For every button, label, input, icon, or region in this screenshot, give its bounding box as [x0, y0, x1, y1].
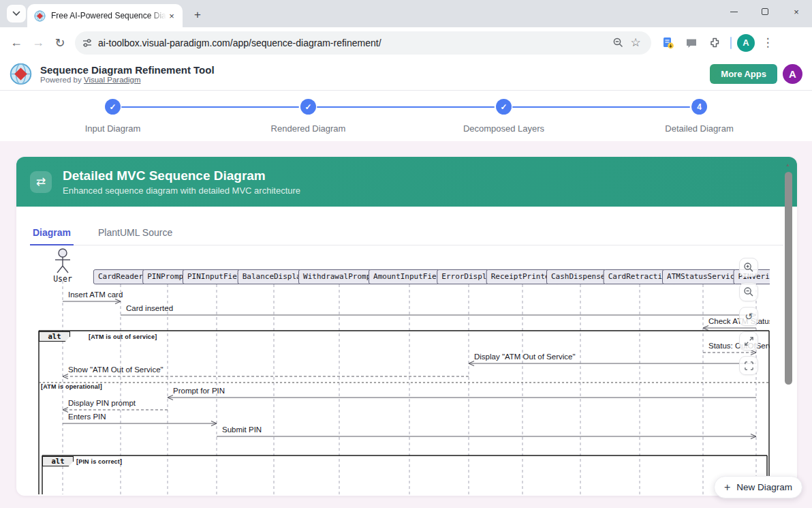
message-label: Insert ATM card	[68, 290, 123, 299]
message-label: Display "ATM Out of Service"	[474, 353, 576, 361]
reload-button[interactable]: ↻	[49, 32, 71, 54]
participant-WithdrawalPrompt: WithdrawalPrompt	[298, 269, 380, 284]
stepper-connector	[317, 106, 495, 108]
app-title: Sequence Diagram Refinement Tool	[40, 64, 215, 76]
step-check-icon: ✓	[496, 99, 512, 115]
new-tab-button[interactable]: +	[189, 7, 206, 23]
browser-window: Free AI-Powered Sequence Diag × + × ← → …	[0, 0, 812, 508]
actor-label: User	[53, 274, 72, 284]
fullscreen-button[interactable]	[739, 356, 758, 375]
step-label: Input Diagram	[85, 123, 141, 134]
browser-profile-avatar[interactable]: A	[737, 34, 755, 52]
browser-menu-icon[interactable]: ⋮	[758, 33, 778, 53]
diagram-zoom-toolbar: ↺	[739, 258, 758, 375]
scrollbar-thumb[interactable]	[785, 172, 792, 385]
minimize-button[interactable]	[718, 0, 749, 23]
powered-by-text: Powered by	[40, 76, 84, 84]
step-label: Decomposed Layers	[463, 123, 544, 134]
plus-icon: +	[724, 481, 730, 494]
message-label: Display PIN prompt	[68, 399, 136, 407]
tab-strip: Free AI-Powered Sequence Diag × + ×	[0, 0, 812, 27]
step-rendered-diagram[interactable]: ✓ Rendered Diagram	[210, 91, 406, 141]
step-label: Detailed Diagram	[665, 123, 733, 134]
card-scrollbar: ▲	[783, 161, 793, 491]
chevron-down-icon	[12, 11, 20, 16]
message-label: Card inserted	[126, 304, 173, 312]
card-header: ⇄ Detailed MVC Sequence Diagram Enhanced…	[16, 157, 797, 207]
back-button[interactable]: ←	[5, 32, 27, 54]
toolbar-actions: A ⋮	[658, 33, 778, 53]
more-apps-button[interactable]: More Apps	[710, 64, 777, 84]
divider-guard: [ATM is operational]	[41, 383, 102, 390]
app-header: Sequence Diagram Refinement Tool Powered…	[0, 58, 812, 91]
tab-close-icon[interactable]: ×	[166, 10, 177, 21]
comment-bubble-icon[interactable]	[681, 33, 702, 53]
actor-icon	[55, 249, 70, 273]
sequence-diagram: ↺ Insert ATM cardCard insertedCheck ATM …	[30, 247, 770, 494]
step-detailed-diagram[interactable]: 4 Detailed Diagram	[602, 91, 797, 141]
visual-paradigm-logo	[10, 63, 32, 85]
reset-view-button[interactable]: ↺	[739, 307, 758, 326]
message-label: Enters PIN	[68, 413, 106, 421]
browser-tab[interactable]: Free AI-Powered Sequence Diag ×	[27, 4, 183, 27]
bookmark-star-icon[interactable]: ☆	[627, 34, 644, 52]
toolbar-separator	[730, 37, 732, 49]
participant-CardReader: CardReader	[93, 269, 148, 284]
docs-download-icon[interactable]	[658, 33, 678, 53]
step-label: Rendered Diagram	[271, 123, 346, 134]
site-settings-icon	[82, 38, 93, 48]
result-card: ⇄ Detailed MVC Sequence Diagram Enhanced…	[16, 157, 797, 496]
address-bar[interactable]: ai-toolbox.visual-paradigm.com/app/seque…	[75, 31, 651, 55]
zoom-out-button[interactable]	[739, 282, 758, 301]
user-avatar[interactable]: A	[783, 64, 802, 84]
step-decomposed-layers[interactable]: ✓ Decomposed Layers	[406, 91, 602, 141]
card-tabs: Diagram PlantUML Source	[30, 222, 783, 245]
window-close-button[interactable]: ×	[781, 0, 812, 23]
powered-by: Powered by Visual Paradigm	[40, 76, 215, 84]
fragment-guard: [ATM is out of service]	[89, 333, 157, 340]
step-number-badge: 4	[691, 99, 707, 115]
visual-paradigm-link[interactable]: Visual Paradigm	[84, 76, 141, 84]
zoom-in-button[interactable]	[739, 258, 758, 277]
message-label: Prompt for PIN	[173, 387, 225, 395]
maximize-button[interactable]	[749, 0, 781, 23]
fragment-guard: [PIN is correct]	[76, 458, 122, 465]
extensions-icon[interactable]	[704, 33, 725, 53]
card-subtitle: Enhanced sequence diagram with detailed …	[63, 185, 300, 196]
participant-ATMStatusService: ATMStatusService	[662, 269, 744, 284]
tab-title: Free AI-Powered Sequence Diag	[51, 11, 166, 20]
visual-paradigm-favicon	[34, 10, 46, 22]
url-text: ai-toolbox.visual-paradigm.com/app/seque…	[98, 38, 609, 48]
step-check-icon: ✓	[300, 99, 316, 115]
window-controls: ×	[718, 0, 812, 23]
new-diagram-button[interactable]: + New Diagram	[714, 476, 802, 498]
new-diagram-label: New Diagram	[736, 482, 792, 492]
stepper-connector	[512, 106, 690, 108]
tab-diagram[interactable]: Diagram	[30, 222, 83, 245]
zoom-out-page-icon[interactable]	[609, 34, 627, 52]
fragment-operator: alt	[39, 331, 70, 342]
swap-arrows-icon: ⇄	[30, 171, 52, 193]
step-input-diagram[interactable]: ✓ Input Diagram	[15, 91, 210, 141]
card-title: Detailed MVC Sequence Diagram	[63, 168, 300, 183]
stepper-connector	[121, 106, 299, 108]
tab-search-button[interactable]	[7, 5, 26, 23]
scrollbar-up-arrow[interactable]: ▲	[785, 162, 790, 167]
message-label: Show "ATM Out of Service"	[68, 365, 163, 374]
fragment-operator: alt	[42, 456, 74, 466]
step-check-icon: ✓	[105, 99, 121, 115]
tab-plantuml-source[interactable]: PlantUML Source	[95, 222, 185, 245]
progress-stepper: ✓ Input Diagram ✓ Rendered Diagram ✓ Dec…	[0, 91, 812, 141]
browser-toolbar: ← → ↻ ai-toolbox.visual-paradigm.com/app…	[0, 27, 812, 58]
forward-button[interactable]: →	[27, 32, 49, 54]
expand-button[interactable]	[739, 331, 758, 350]
message-label: Submit PIN	[222, 425, 262, 434]
